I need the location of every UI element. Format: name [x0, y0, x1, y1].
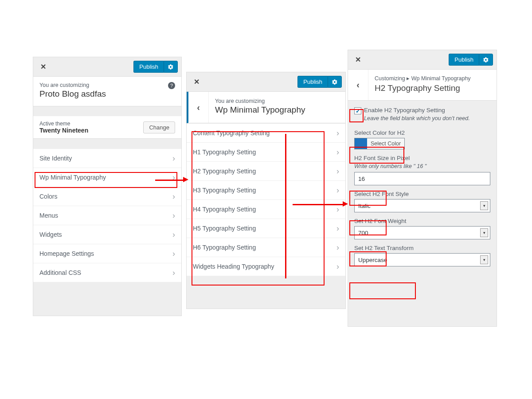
publish-button[interactable]: Publish — [133, 61, 164, 73]
fontstyle-value: Italic — [358, 203, 371, 209]
menu-item-label: Additional CSS — [39, 269, 81, 276]
close-button[interactable]: ✕ — [35, 59, 51, 75]
annotation-divider — [285, 134, 286, 278]
publish-button[interactable]: Publish — [297, 76, 328, 88]
section-title: Wp Minimal Typography — [215, 105, 305, 115]
menu-item-label: H2 Typography Setting — [193, 168, 256, 175]
menu-content-typography[interactable]: Content Typography Setting› — [187, 123, 345, 143]
menu-widgets-heading-typography[interactable]: Widgets Heading Typography› — [187, 257, 345, 276]
settings-intro: ‹ Customizing ▸ Wp Minimal Typography H2… — [348, 70, 497, 101]
menu-item-label: Content Typography Setting — [193, 129, 270, 137]
publish-button[interactable]: Publish — [449, 54, 479, 66]
panel-header: ✕ Publish — [187, 72, 345, 92]
customizer-root-panel: ✕ Publish You are customizing Proto Blog… — [33, 57, 182, 316]
menu-h5-typography[interactable]: H5 Typography Setting› — [187, 219, 345, 238]
fontsize-label: H2 Font Size in Pixel — [354, 155, 490, 161]
fontsize-input[interactable] — [354, 172, 490, 185]
gear-icon — [332, 79, 338, 85]
back-button[interactable]: ‹ — [188, 92, 209, 123]
annotation-arrow-head — [343, 201, 348, 207]
breadcrumb-separator: ▸ — [407, 75, 410, 82]
chevron-right-icon: › — [336, 262, 339, 271]
panel-header: ✕ Publish — [348, 50, 497, 70]
fontstyle-select[interactable]: Italic ▾ — [354, 199, 490, 212]
dropdown-arrow-icon: ▾ — [480, 255, 488, 264]
publish-settings-button[interactable] — [328, 76, 342, 88]
settings-title: H2 Typography Setting — [375, 83, 471, 93]
menu-homepage-settings[interactable]: Homepage Settings› — [33, 244, 181, 263]
customizer-section-panel: ✕ Publish ‹ You are customizing Wp Minim… — [186, 72, 346, 309]
color-swatch — [355, 138, 367, 149]
breadcrumb-prefix: Customizing — [375, 75, 405, 82]
chevron-right-icon: › — [336, 224, 339, 233]
publish-settings-button[interactable] — [479, 54, 493, 66]
menu-widgets[interactable]: Widgets› — [33, 225, 181, 244]
panel-header: ✕ Publish — [33, 57, 181, 77]
breadcrumb-section: Wp Minimal Typography — [411, 75, 471, 82]
chevron-right-icon: › — [336, 167, 339, 176]
site-title: Proto Blog asdfas — [39, 89, 175, 99]
publish-settings-button[interactable] — [164, 61, 178, 73]
transform-select[interactable]: Uppercase ▾ — [354, 253, 490, 266]
menu-additional-css[interactable]: Additional CSS› — [33, 263, 181, 282]
menu-h1-typography[interactable]: H1 Typography Setting› — [187, 142, 345, 162]
color-label: Select Color for H2 — [354, 129, 490, 136]
change-theme-button[interactable]: Change — [143, 121, 175, 133]
root-menu: Site Identity› Wp Minimal Typography› Co… — [33, 149, 181, 282]
fontsize-hint: Write only numbers like " 16 " — [354, 163, 490, 169]
active-theme-name: Twenty Nineteen — [39, 127, 88, 134]
menu-item-label: Widgets Heading Typography — [193, 263, 274, 270]
chevron-right-icon: › — [336, 205, 339, 214]
menu-item-label: H1 Typography Setting — [193, 149, 256, 156]
menu-item-label: Homepage Settings — [39, 250, 94, 257]
customizer-settings-panel: ✕ Publish ‹ Customizing ▸ Wp Minimal Typ… — [348, 50, 497, 327]
menu-item-label: Colors — [39, 193, 57, 200]
gear-icon — [168, 64, 174, 70]
enable-hint: Leave the field blank which you don't ne… — [364, 115, 470, 121]
publish-group: Publish — [297, 76, 342, 88]
customizing-intro: You are customizing Proto Blog asdfas ? — [33, 77, 181, 106]
fontweight-label: Set H2 Font Weight — [354, 218, 490, 224]
menu-item-label: H3 Typography Setting — [193, 187, 256, 194]
active-theme-label: Active theme — [39, 121, 88, 127]
enable-row: ✓ Enable H2 Typography Setting Leave the… — [354, 107, 490, 124]
menu-wp-minimal-typography[interactable]: Wp Minimal Typography› — [33, 168, 181, 187]
menu-h2-typography[interactable]: H2 Typography Setting› — [187, 161, 345, 181]
annotation-arrow-head — [183, 177, 188, 182]
close-button[interactable]: ✕ — [350, 52, 366, 68]
enable-checkbox[interactable]: ✓ — [354, 107, 361, 114]
chevron-right-icon: › — [172, 268, 175, 278]
dropdown-arrow-icon: ▾ — [480, 201, 488, 210]
color-picker[interactable]: Select Color — [354, 138, 405, 149]
chevron-right-icon: › — [172, 230, 175, 239]
menu-h6-typography[interactable]: H6 Typography Setting› — [187, 238, 345, 257]
publish-group: Publish — [449, 54, 493, 66]
check-icon: ✓ — [356, 108, 360, 114]
customizing-label: You are customizing — [39, 82, 175, 88]
chevron-right-icon: › — [172, 192, 175, 201]
help-icon[interactable]: ? — [168, 82, 175, 89]
fontweight-select[interactable]: 700 ▾ — [354, 226, 490, 239]
fontstyle-label: Select H2 Font Style — [354, 191, 490, 197]
menu-item-label: H6 Typography Setting — [193, 244, 256, 251]
dropdown-arrow-icon: ▾ — [480, 228, 488, 237]
menu-site-identity[interactable]: Site Identity› — [33, 149, 181, 168]
menu-h3-typography[interactable]: H3 Typography Setting› — [187, 180, 345, 200]
annotation-arrow — [155, 180, 184, 181]
close-button[interactable]: ✕ — [188, 74, 204, 90]
chevron-right-icon: › — [336, 148, 339, 157]
section-intro: ‹ You are customizing Wp Minimal Typogra… — [187, 92, 345, 123]
menu-item-label: H4 Typography Setting — [193, 206, 256, 213]
settings-body: ✓ Enable H2 Typography Setting Leave the… — [348, 101, 497, 326]
color-button-label: Select Color — [367, 141, 404, 147]
chevron-right-icon: › — [172, 211, 175, 220]
back-button[interactable]: ‹ — [348, 70, 368, 100]
fontweight-value: 700 — [358, 230, 368, 236]
menu-menus[interactable]: Menus› — [33, 206, 181, 225]
menu-h4-typography[interactable]: H4 Typography Setting› — [187, 200, 345, 219]
annotation-arrow — [293, 204, 344, 205]
chevron-right-icon: › — [336, 129, 339, 138]
menu-item-label: H5 Typography Setting — [193, 225, 256, 232]
menu-colors[interactable]: Colors› — [33, 187, 181, 206]
enable-label: Enable H2 Typography Setting — [364, 107, 470, 113]
